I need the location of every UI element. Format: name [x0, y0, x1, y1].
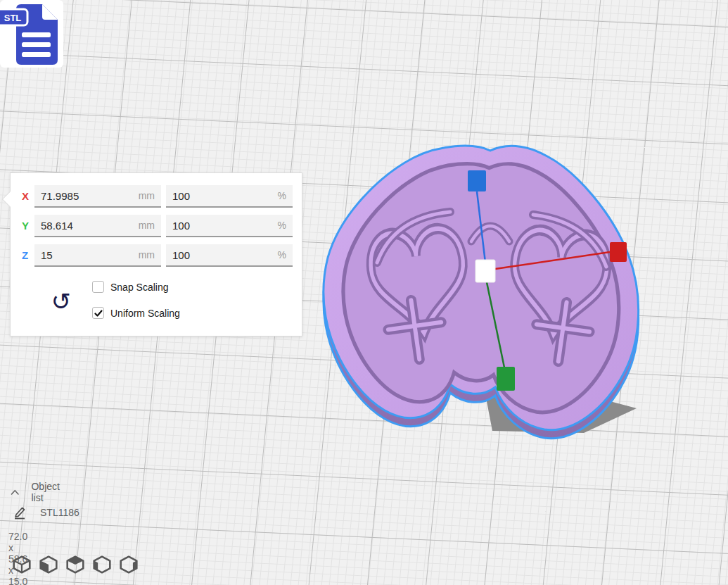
- x-percent-input[interactable]: 100 %: [166, 185, 293, 208]
- y-percent-unit: %: [278, 220, 286, 231]
- object-list-item[interactable]: STL1186: [13, 505, 79, 520]
- snap-scaling-label: Snap Scaling: [110, 282, 169, 293]
- x-size-unit: mm: [139, 190, 155, 201]
- view-right-icon[interactable]: [118, 555, 139, 575]
- uniform-scaling-checkbox[interactable]: [92, 307, 104, 319]
- x-size-input[interactable]: 71.9985 mm: [34, 185, 161, 208]
- y-percent-value: 100: [172, 220, 190, 232]
- y-size-value: 58.614: [41, 220, 73, 232]
- scale-tool-panel: X 71.9985 mm 100 % Y 58.614 mm 100 % Z: [10, 172, 302, 336]
- y-size-unit: mm: [139, 220, 155, 231]
- model-3d-view[interactable]: [315, 138, 647, 441]
- stl-file-icon: STL: [0, 0, 65, 72]
- object-name: STL1186: [40, 507, 79, 518]
- view-front-icon[interactable]: [38, 555, 58, 575]
- z-percent-value: 100: [172, 249, 190, 261]
- z-percent-input[interactable]: 100 %: [166, 244, 293, 267]
- pencil-icon: [13, 505, 27, 520]
- checkmark-icon: [94, 309, 103, 317]
- x-axis-label: X: [22, 190, 34, 202]
- z-size-unit: mm: [139, 249, 155, 260]
- view-top-icon[interactable]: [65, 555, 85, 575]
- y-size-input[interactable]: 58.614 mm: [34, 215, 161, 237]
- x-percent-value: 100: [172, 190, 190, 202]
- x-scale-handle[interactable]: [610, 242, 627, 262]
- uniform-scale-handle[interactable]: [475, 260, 495, 282]
- y-scale-handle[interactable]: [497, 367, 515, 391]
- stl-badge-label: STL: [4, 13, 22, 23]
- uniform-scaling-label: Uniform Scaling: [110, 308, 180, 319]
- application-window: STL X 71.9985 mm 100 % Y 58.614 mm 100: [0, 0, 728, 585]
- camera-view-toolbar: [11, 555, 139, 575]
- snap-scaling-option: Snap Scaling: [92, 281, 169, 293]
- chevron-up-icon: [11, 488, 19, 496]
- y-percent-input[interactable]: 100 %: [166, 215, 293, 237]
- view-left-icon[interactable]: [91, 555, 112, 575]
- x-percent-unit: %: [278, 190, 286, 201]
- scale-row-y: Y 58.614 mm 100 %: [11, 215, 302, 237]
- reset-scale-button[interactable]: ↺: [47, 286, 75, 317]
- scale-row-z: Z 15 mm 100 %: [11, 244, 302, 267]
- z-axis-label: Z: [22, 249, 34, 261]
- object-list-title: Object list: [31, 481, 63, 503]
- z-size-value: 15: [41, 249, 53, 261]
- z-scale-handle[interactable]: [468, 170, 486, 191]
- uniform-scaling-option: Uniform Scaling: [92, 307, 180, 319]
- snap-scaling-checkbox[interactable]: [92, 281, 104, 293]
- y-axis-label: Y: [22, 220, 34, 232]
- z-percent-unit: %: [278, 249, 286, 260]
- view-3d-icon[interactable]: [11, 555, 32, 575]
- x-size-value: 71.9985: [41, 190, 79, 202]
- reset-icon: ↺: [51, 287, 72, 315]
- scale-row-x: X 71.9985 mm 100 %: [11, 185, 302, 208]
- z-size-input[interactable]: 15 mm: [34, 244, 161, 267]
- object-list-header[interactable]: Object list: [11, 481, 63, 503]
